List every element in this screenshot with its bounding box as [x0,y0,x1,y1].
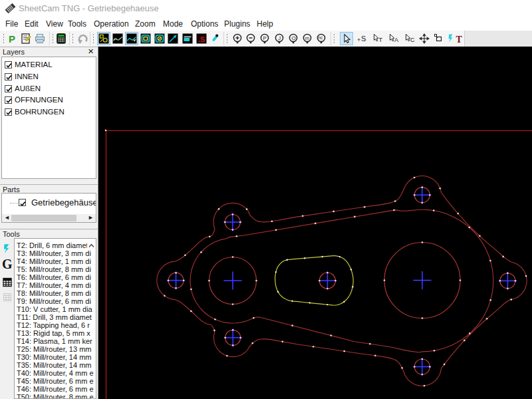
svg-text:O: O [291,35,295,41]
svg-text:+: + [357,37,360,43]
svg-text:P: P [263,35,267,41]
svg-text:.S: .S [198,35,205,43]
svg-text:C: C [410,37,415,43]
svg-text:S: S [361,35,366,43]
svg-text:J: J [278,35,281,41]
svg-text:A: A [394,37,398,43]
svg-text:nc: nc [318,35,323,40]
svg-text:m: m [305,35,309,41]
svg-text:T: T [456,35,463,45]
svg-text:T: T [379,37,383,43]
